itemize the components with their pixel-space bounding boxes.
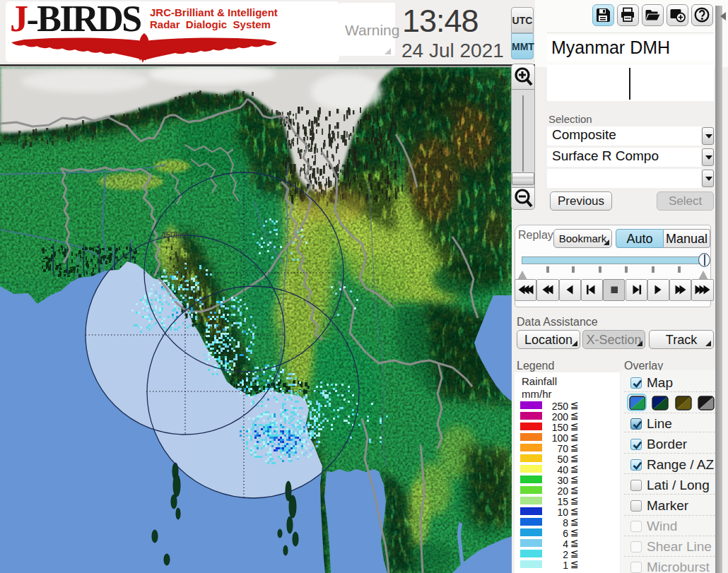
svg-text:450km: 450km (161, 230, 187, 240)
